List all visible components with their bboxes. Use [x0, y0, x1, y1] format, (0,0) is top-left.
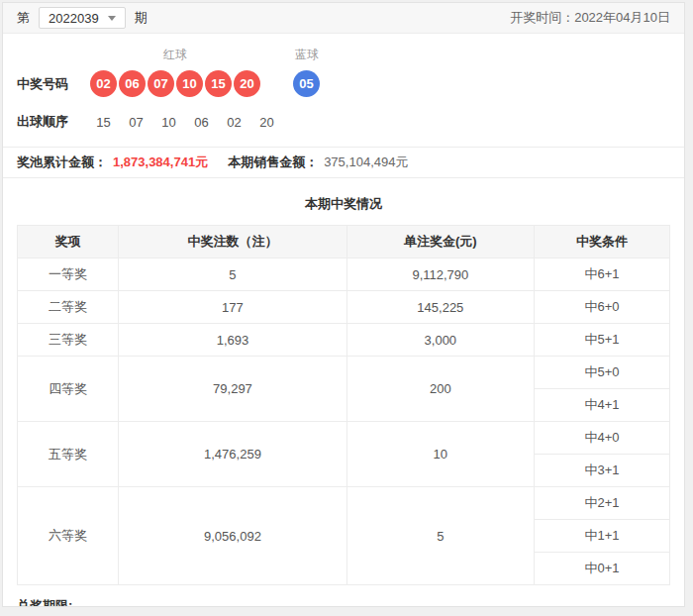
- red-ball: 02: [90, 70, 117, 97]
- red-ball: 10: [176, 70, 203, 97]
- prize-table-title: 本期中奖情况: [17, 195, 670, 213]
- cell-prize: 四等奖: [18, 357, 119, 422]
- cell-condition: 中5+0: [534, 357, 669, 389]
- pool-amount-value: 1,873,384,741元: [113, 154, 208, 171]
- cell-amount: 145,225: [346, 291, 534, 324]
- header-prize: 奖项: [18, 226, 119, 258]
- draw-order-group: 150710060220: [90, 115, 286, 130]
- cell-amount: 3,000: [346, 324, 534, 357]
- cell-count: 5: [119, 258, 347, 291]
- amounts-strip: 奖池累计金额： 1,873,384,741元 本期销售金额： 375,104,4…: [3, 147, 684, 178]
- period-select[interactable]: 2022039: [39, 7, 126, 29]
- cell-condition: 中4+0: [534, 422, 669, 455]
- prize-table-row: 三等奖1,6933,000中5+1: [18, 324, 670, 357]
- draw-order-number: 15: [90, 115, 117, 130]
- period-suffix: 期: [135, 9, 148, 27]
- prize-table-row: 一等奖59,112,790中6+1: [18, 258, 670, 291]
- ball-group-labels: 红球 蓝球: [17, 47, 670, 63]
- draw-order-number: 07: [123, 115, 149, 130]
- prize-table-row: 五等奖1,476,25910中4+0: [18, 422, 670, 455]
- lottery-result-card: 第 2022039 期 开奖时间：2022年04月10日 红球 蓝球 中奖号码 …: [2, 2, 685, 607]
- prize-table-row: 二等奖177145,225中6+0: [18, 291, 670, 324]
- red-balls-label: 红球: [90, 47, 260, 63]
- red-balls-group: 020607101520: [90, 70, 260, 97]
- blue-ball: 05: [293, 70, 320, 97]
- winning-numbers-label: 中奖号码: [17, 75, 90, 93]
- red-ball: 15: [205, 70, 232, 97]
- period-select-value: 2022039: [49, 11, 99, 26]
- cell-count: 1,693: [119, 324, 347, 357]
- cell-prize: 三等奖: [18, 324, 119, 357]
- sales-amount-label: 本期销售金额：: [228, 154, 318, 171]
- prize-table-header-row: 奖项 中奖注数（注） 单注奖金(元) 中奖条件: [18, 226, 670, 258]
- prize-table-row: 六等奖9,056,0925中2+1: [18, 487, 670, 520]
- draw-time: 开奖时间：2022年04月10日: [510, 9, 670, 27]
- cell-condition: 中6+1: [534, 258, 669, 291]
- draw-order-number: 20: [253, 115, 280, 130]
- cell-amount: 10: [346, 422, 534, 487]
- redeem-notice: 兑奖期限: 双色球兑奖当期有效。中奖者应当自开奖之日起60个自然日内，持中奖彩票…: [3, 585, 684, 607]
- draw-order-number: 06: [188, 115, 215, 130]
- draw-time-value: 2022年04月10日: [574, 10, 670, 25]
- cell-count: 177: [119, 291, 347, 324]
- sales-amount-value: 375,104,494元: [324, 154, 408, 171]
- cell-condition: 中4+1: [534, 389, 669, 422]
- header-count: 中奖注数（注）: [119, 226, 347, 258]
- cell-prize: 五等奖: [18, 422, 119, 487]
- cell-amount: 5: [346, 487, 534, 585]
- topbar: 第 2022039 期 开奖时间：2022年04月10日: [3, 3, 684, 34]
- blue-ball-group: 05: [293, 70, 320, 97]
- cell-condition: 中5+1: [534, 324, 669, 357]
- cell-prize: 一等奖: [18, 258, 119, 291]
- prize-table-row: 四等奖79,297200中5+0: [18, 357, 670, 389]
- blue-ball-label: 蓝球: [293, 47, 321, 63]
- cell-condition: 中6+0: [534, 291, 669, 324]
- period-prefix: 第: [17, 9, 30, 27]
- draw-time-label: 开奖时间：: [510, 10, 574, 25]
- cell-amount: 200: [346, 357, 534, 422]
- cell-condition: 中0+1: [534, 553, 669, 585]
- red-ball: 06: [119, 70, 146, 97]
- cell-count: 79,297: [119, 357, 347, 422]
- numbers-section: 红球 蓝球 中奖号码 020607101520 05 出球顺序 15071006…: [3, 34, 684, 147]
- cell-prize: 六等奖: [18, 487, 119, 585]
- red-ball: 07: [148, 70, 174, 97]
- draw-order-label: 出球顺序: [17, 113, 90, 131]
- prize-table: 奖项 中奖注数（注） 单注奖金(元) 中奖条件 一等奖59,112,790中6+…: [17, 225, 670, 585]
- draw-order-row: 出球顺序 150710060220: [17, 113, 670, 147]
- cell-condition: 中3+1: [534, 455, 669, 487]
- cell-count: 1,476,259: [119, 422, 347, 487]
- draw-order-number: 02: [221, 115, 248, 130]
- red-ball: 20: [234, 70, 260, 97]
- header-amount: 单注奖金(元): [346, 226, 534, 258]
- pool-amount-label: 奖池累计金额：: [17, 154, 107, 171]
- cell-count: 9,056,092: [119, 487, 347, 585]
- cell-amount: 9,112,790: [346, 258, 534, 291]
- chevron-down-icon: [108, 16, 116, 21]
- redeem-notice-title: 兑奖期限:: [17, 597, 670, 607]
- winning-numbers-row: 中奖号码 020607101520 05: [17, 70, 670, 97]
- cell-prize: 二等奖: [18, 291, 119, 324]
- prize-table-section: 本期中奖情况 奖项 中奖注数（注） 单注奖金(元) 中奖条件 一等奖59,112…: [3, 195, 684, 585]
- header-condition: 中奖条件: [534, 226, 669, 258]
- draw-order-number: 10: [155, 115, 182, 130]
- cell-condition: 中1+1: [534, 520, 669, 553]
- cell-condition: 中2+1: [534, 487, 669, 520]
